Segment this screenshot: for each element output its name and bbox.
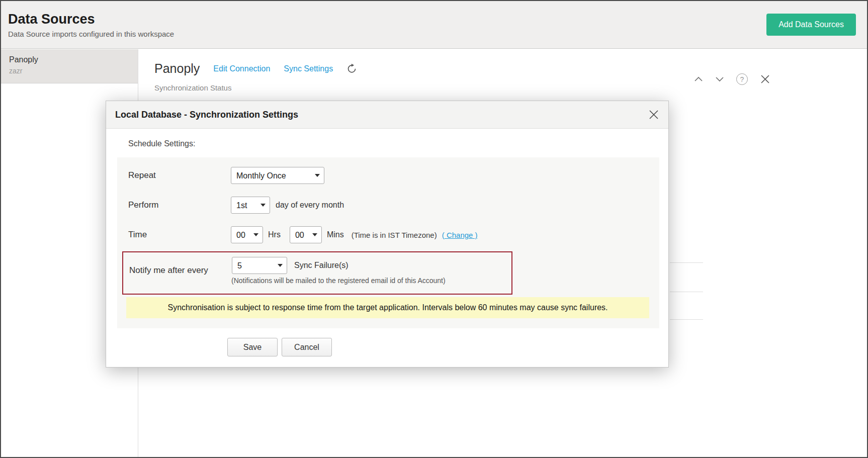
table-row-separator [670,319,703,320]
datasource-title: Panoply [154,61,200,76]
sync-warning-banner: Synchronisation is subject to response t… [126,297,649,318]
modal-title: Local Database - Synchronization Setting… [115,110,298,120]
notify-controls: 5 Sync Failure(s) [232,257,349,274]
chevron-down-icon[interactable] [715,76,724,82]
page: Data Sources Data Source imports configu… [0,0,868,458]
panel-toolbar: ? [694,73,770,85]
close-icon[interactable] [760,74,770,84]
table-row-separator [670,262,703,263]
sync-settings-link[interactable]: Sync Settings [284,64,333,73]
time-label: Time [128,230,231,240]
schedule-settings-label: Schedule Settings: [128,139,195,148]
repeat-row: Repeat Monthly Once [128,166,324,185]
notify-count-select-wrap: 5 [232,257,287,274]
notify-note: (Notifications will be mailed to the reg… [231,277,446,285]
content-header: Panoply Edit Connection Sync Settings [154,61,357,76]
hours-select[interactable]: 00 [231,226,263,243]
page-subtitle: Data Source imports configured in this w… [8,30,174,38]
datasource-workspace: zazr [9,67,130,75]
perform-row: Perform 1st day of every month [128,196,344,214]
repeat-select-wrap: Monthly Once [231,167,324,184]
perform-suffix: day of every month [276,201,344,210]
page-title: Data Sources [8,12,174,27]
datasource-name: Panoply [9,55,130,64]
notify-label: Notify me after every [129,261,208,280]
minutes-select[interactable]: 00 [290,226,322,243]
notify-highlight-box: Notify me after every 5 Sync Failure(s) … [122,251,512,295]
modal-header: Local Database - Synchronization Setting… [106,101,668,129]
hours-unit-label: Hrs [268,230,281,239]
timezone-note: (Time is in IST Timezone) [352,231,437,239]
page-header: Data Sources Data Source imports configu… [1,1,867,49]
sync-settings-modal: Local Database - Synchronization Setting… [106,101,669,368]
perform-day-select-wrap: 1st [231,197,270,214]
sidebar-item-panoply[interactable]: Panoply zazr [1,49,138,83]
hours-select-wrap: 00 [231,226,263,243]
sync-status-label: Synchronization Status [154,83,231,92]
minutes-select-wrap: 00 [290,226,322,243]
notify-suffix: Sync Failure(s) [294,261,349,270]
change-timezone-link[interactable]: ( Change ) [442,231,478,239]
repeat-select[interactable]: Monthly Once [231,167,324,184]
add-data-sources-button[interactable]: Add Data Sources [766,14,856,36]
page-header-text: Data Sources Data Source imports configu… [8,12,174,38]
help-icon[interactable]: ? [736,73,748,85]
schedule-settings-panel: Repeat Monthly Once Perform 1st day of e… [117,157,659,328]
cancel-button[interactable]: Cancel [282,338,332,356]
time-row: Time 00 Hrs 00 Mins (Time is in IST Time… [128,226,478,244]
edit-connection-link[interactable]: Edit Connection [213,64,270,73]
modal-close-icon[interactable] [648,109,659,120]
modal-buttons: Save Cancel [227,338,332,356]
save-button[interactable]: Save [227,338,278,356]
refresh-icon[interactable] [346,63,357,74]
perform-label: Perform [128,200,231,210]
minutes-unit-label: Mins [327,230,344,239]
notify-count-select[interactable]: 5 [232,257,287,274]
repeat-label: Repeat [128,170,231,180]
table-row-separator [670,292,703,292]
chevron-up-icon[interactable] [694,76,703,82]
perform-day-select[interactable]: 1st [231,197,270,214]
